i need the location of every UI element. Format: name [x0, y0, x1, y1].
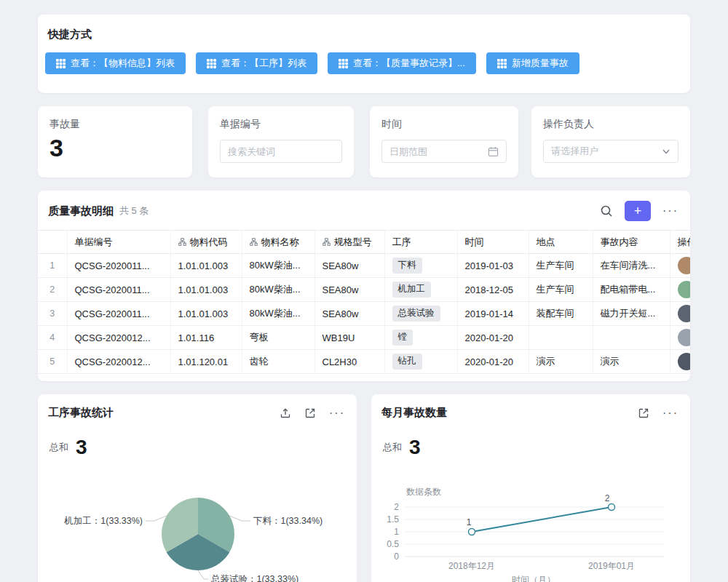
- column-header-time[interactable]: 时间: [457, 231, 529, 254]
- pie-leader-line: [146, 516, 167, 521]
- process-tag: 镗: [392, 330, 414, 346]
- cell-doc-no: QCSG-2020011...: [67, 302, 170, 326]
- cell-place: [529, 326, 593, 350]
- table-row[interactable]: 1 QCSG-2020011... 1.01.01.003 80kW柴油... …: [38, 254, 690, 278]
- add-record-button[interactable]: +: [625, 201, 651, 221]
- cell-content: 演示: [593, 350, 670, 374]
- cell-material-code: 1.01.01.003: [170, 302, 242, 326]
- plus-icon: +: [634, 204, 642, 218]
- data-point-label: 2: [605, 493, 610, 503]
- table-row[interactable]: 3 QCSG-2020011... 1.01.01.003 80kW柴油... …: [38, 302, 690, 326]
- quality-accident-table-card: 质量事故明细 共 5 条 + ··· 单据编号 物料代码 物料名称 规格型号 工…: [38, 191, 690, 381]
- open-in-new-icon[interactable]: [304, 407, 316, 419]
- table-row[interactable]: 2 QCSG-2020011... 1.01.01.003 80kW柴油... …: [38, 278, 690, 302]
- column-header-content[interactable]: 事故内容: [593, 231, 670, 254]
- cell-content: 在车间清洗...: [593, 254, 670, 278]
- cell-process: 钻孔: [384, 350, 457, 374]
- shortcut-button-view-material-list[interactable]: 查看：【物料信息】列表: [45, 52, 186, 74]
- line-chart-actions: ···: [638, 407, 678, 419]
- cell-content: 磁力开关短...: [593, 302, 670, 326]
- accident-count-card: 事故量 3: [38, 106, 192, 178]
- shortcut-button-view-quality-records[interactable]: 查看：【质量事故记录】...: [328, 52, 476, 74]
- pie-chart-header: 工序事故统计 ···: [38, 394, 357, 420]
- column-header-material-name[interactable]: 物料名称: [242, 231, 314, 254]
- open-in-new-icon[interactable]: [638, 407, 649, 419]
- more-icon[interactable]: ···: [662, 205, 678, 217]
- pie-chart-title: 工序事故统计: [48, 406, 114, 420]
- avatar: [678, 353, 691, 370]
- shortcut-button-view-process-list[interactable]: 查看：【工序】列表: [196, 52, 317, 74]
- shortcuts-button-row: 查看：【物料信息】列表 查看：【工序】列表 查看：【质量事故记录】... 新增质…: [38, 41, 690, 74]
- total-label: 总和: [50, 441, 68, 458]
- row-number: 2: [38, 278, 67, 302]
- export-icon[interactable]: [280, 407, 291, 419]
- search-icon[interactable]: [600, 204, 613, 218]
- y-axis-label: 数据条数: [406, 487, 441, 497]
- column-header-doc-no[interactable]: 单据编号: [67, 231, 170, 254]
- data-point-marker: [609, 504, 615, 511]
- search-keyword-input-box[interactable]: [220, 140, 342, 163]
- cell-doc-no: QCSG-2020011...: [67, 254, 170, 278]
- more-icon[interactable]: ···: [329, 407, 345, 419]
- date-range-input-box[interactable]: [381, 140, 507, 163]
- line-chart-title: 每月事故数量: [381, 406, 447, 420]
- user-select[interactable]: 请选择用户: [543, 140, 678, 163]
- table-row[interactable]: 5 QCSG-2020012... 1.01.120.01 齿轮 CL2H30 …: [38, 350, 690, 374]
- column-header-material-code[interactable]: 物料代码: [170, 231, 242, 254]
- operator-filter-card: 操作负责人 请选择用户: [531, 106, 690, 178]
- cell-content: 配电箱带电...: [593, 278, 670, 302]
- pie-label-xialiao: 下料：1(33.34%): [253, 516, 323, 526]
- stat-label: 时间: [381, 118, 507, 131]
- column-header-operator[interactable]: 操作负责人: [670, 231, 690, 254]
- total-value: 3: [76, 437, 87, 458]
- column-header-process[interactable]: 工序: [384, 231, 457, 254]
- cell-process: 总装试验: [384, 302, 457, 326]
- x-tick: 2019年01月: [588, 561, 635, 571]
- pie-slice-zongzhuangshiyan[interactable]: [167, 534, 230, 570]
- pie-leader-line: [229, 516, 250, 521]
- shortcuts-title: 快捷方式: [38, 15, 690, 41]
- cell-content: [593, 326, 670, 350]
- column-header-spec[interactable]: 规格型号: [314, 231, 384, 254]
- avatar: [678, 329, 691, 346]
- avatar: [678, 257, 691, 274]
- cell-time: 2018-12-05: [457, 278, 529, 302]
- process-tag: 总装试验: [392, 306, 440, 322]
- shortcut-button-add-quality-accident[interactable]: 新增质量事故: [486, 52, 579, 74]
- lookup-field-icon: [323, 238, 331, 246]
- y-tick: 2: [394, 502, 399, 512]
- table-row[interactable]: 4 QCSG-2020012... 1.01.116 弯板 WB19U 镗 20…: [38, 326, 690, 350]
- x-axis-label: 时间（月）: [512, 575, 555, 582]
- chevron-down-icon: [662, 147, 670, 156]
- process-tag: 下料: [392, 258, 422, 274]
- table-record-count: 共 5 条: [119, 204, 149, 218]
- y-tick: 1.5: [387, 514, 399, 525]
- date-range-input[interactable]: [389, 146, 483, 157]
- avatar: [678, 281, 691, 298]
- line-series: [472, 507, 612, 532]
- grid-icon: [497, 59, 507, 68]
- cell-place: 生产车间: [529, 254, 593, 278]
- more-icon[interactable]: ···: [662, 407, 678, 419]
- process-tag: 机加工: [392, 282, 432, 298]
- pie-slice-xialiao[interactable]: [198, 498, 234, 552]
- cell-place: 装配车间: [529, 302, 593, 326]
- pie-slice-jijiagong[interactable]: [162, 498, 198, 552]
- cell-spec: SEA80w: [314, 254, 384, 278]
- cell-place: 演示: [529, 350, 593, 374]
- data-point-marker: [469, 529, 475, 535]
- table-title: 质量事故明细: [48, 204, 114, 218]
- pie-chart-actions: ···: [280, 407, 345, 419]
- lookup-field-icon: [178, 238, 186, 246]
- cell-doc-no: QCSG-2020012...: [67, 350, 170, 374]
- search-keyword-input[interactable]: [228, 146, 334, 157]
- pie-leader-line: [198, 570, 208, 579]
- column-header-place[interactable]: 地点: [529, 231, 593, 254]
- table-header-row: 单据编号 物料代码 物料名称 规格型号 工序 时间 地点 事故内容 操作负责人: [38, 231, 690, 254]
- cell-material-name: 80kW柴油...: [242, 302, 314, 326]
- stat-label: 操作负责人: [543, 118, 678, 131]
- cell-doc-no: QCSG-2020012...: [67, 326, 170, 350]
- grid-icon: [339, 59, 348, 68]
- cell-process: 下料: [384, 254, 457, 278]
- cell-time: 2019-01-03: [457, 254, 529, 278]
